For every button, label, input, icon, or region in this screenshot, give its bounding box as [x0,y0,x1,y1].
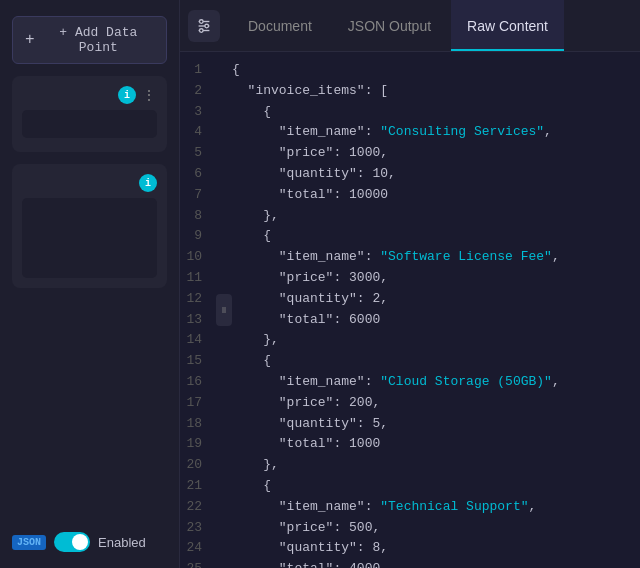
sidebar-bottom: JSON Enabled [12,532,167,552]
svg-point-5 [200,28,204,32]
svg-point-4 [205,24,209,28]
main-panel: Document JSON Output Raw Content 1 2 3 4… [180,0,640,568]
tab-json-output[interactable]: JSON Output [332,0,447,51]
tab-document[interactable]: Document [232,0,328,51]
tabs-bar: Document JSON Output Raw Content [180,0,640,52]
add-data-point-label: + Add Data Point [43,25,154,55]
toggle-knob [72,534,88,550]
sidebar-field-2 [22,198,157,278]
sidebar: + + Add Data Point i ⋮ i JSON Enabled [0,0,180,568]
enabled-label: Enabled [98,535,146,550]
dots-menu-1[interactable]: ⋮ [142,87,157,104]
info-icon-2: i [139,174,157,192]
sidebar-card-1: i ⋮ [12,76,167,152]
code-content[interactable]: { "invoice_items": [ { "item_name": "Con… [220,52,640,568]
svg-point-3 [200,19,204,23]
sidebar-card-1-top: i ⋮ [22,86,157,104]
plus-icon: + [25,31,35,49]
sidebar-card-2-top: i [22,174,157,192]
tab-raw-content[interactable]: Raw Content [451,0,564,51]
line-numbers: 1 2 3 4 5 6 7 8 9 10 11 12 13 14 15 16 1… [180,52,220,568]
json-badge: JSON [12,535,46,550]
sliders-icon-button[interactable] [188,10,220,42]
code-area: 1 2 3 4 5 6 7 8 9 10 11 12 13 14 15 16 1… [180,52,640,568]
enabled-toggle[interactable] [54,532,90,552]
resize-handle[interactable] [216,294,232,326]
info-icon-1: i [118,86,136,104]
sidebar-field-1 [22,110,157,138]
sidebar-card-2: i [12,164,167,288]
add-data-point-button[interactable]: + + Add Data Point [12,16,167,64]
